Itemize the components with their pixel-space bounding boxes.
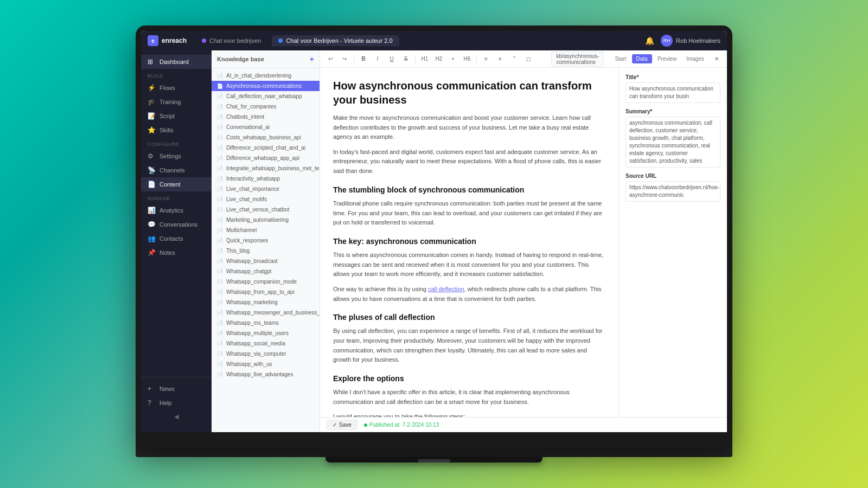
kb-item-label: Live_chat_importance [226,186,279,192]
kb-item[interactable]: 📄Chatbots_intent [212,112,320,122]
italic-button[interactable]: I [372,53,384,65]
tab-preview[interactable]: Preview [653,54,681,63]
kb-item[interactable]: 📄Whatsapp_via_computer [212,349,320,359]
kb-item[interactable]: 📄Call_deflection_naar_whatsapp [212,91,320,101]
kb-item[interactable]: 📄Asynchronous-communications [212,81,320,91]
save-check-icon: ✓ [333,422,337,428]
bell-icon[interactable]: 🔔 [645,36,654,45]
kb-item[interactable]: 📄Whatsapp_social_media [212,338,320,349]
h6-button[interactable]: H6 [461,53,473,65]
kb-item[interactable]: 📄Whatsapp_broadcast [212,256,320,266]
tab-virtuele-auteur[interactable]: Chat voor Bedrijven - Virtuele auteur 2.… [272,35,399,46]
kb-item[interactable]: 📄Live_chat_versus_chatbot [212,204,320,215]
sidebar-item-contacts[interactable]: 👥 Contacts [141,232,212,246]
enreach-logo: e enreach [148,35,187,46]
kb-item-label: Whatsapp_messenger_and_business_same_p..… [226,310,320,316]
kb-item[interactable]: 📄Whatsapp_messenger_and_business_same_p.… [212,307,320,318]
kb-item[interactable]: 📄Costs_whatsapp_business_api [212,132,320,143]
close-button[interactable]: ✕ [711,53,723,65]
kb-item-label: Chatbots_intent [226,114,264,120]
align-center-button[interactable]: ≡ [494,53,506,65]
sidebar-item-flows[interactable]: ⚡ Flows [141,81,212,95]
h2-button[interactable]: H2 [433,53,445,65]
kb-item[interactable]: 📄Whatsapp_chatgpt [212,266,320,277]
kb-item-label: Costs_whatsapp_business_api [226,134,301,140]
strikethrough-button[interactable]: S [400,53,412,65]
kb-item[interactable]: 📄Whatsapp_from_app_to_api [212,287,320,297]
kb-item-label: Whatsapp_chatgpt [226,268,271,274]
kb-item[interactable]: 📄Whatsapp_multiple_users [212,328,320,338]
kb-item-label: Chat_for_companies [226,104,276,110]
bold-button[interactable]: B [358,53,369,65]
kb-item[interactable]: 📄Conversational_ai [212,122,320,132]
kb-item-icon: 📄 [217,145,223,151]
tab-data[interactable]: Data [632,54,652,63]
sidebar-item-news[interactable]: + News [141,382,212,396]
laptop-chin [136,448,732,457]
kb-item[interactable]: 📄AI_in_chat_dienstverlening [212,70,320,81]
title-field-value[interactable]: How asynchronous communication can trans… [626,82,720,103]
undo-button[interactable]: ↩ [324,53,336,65]
kb-item[interactable]: 📄Whatsapp_companion_mode [212,277,320,287]
top-bar-right: 🔔 RH Rob Hoelmakers [645,35,720,47]
h1-button[interactable]: H1 [419,53,431,65]
kb-item-label: Whatsapp_broadcast [226,258,278,264]
tab-start[interactable]: Start [610,54,630,63]
tab-chat-bedrijven[interactable]: Chat voor bedrijven [195,35,267,46]
tab-images[interactable]: Images [682,54,709,63]
kb-item[interactable]: 📄Multichannel [212,225,320,235]
kb-item[interactable]: 📄Live_chat_importance [212,184,320,194]
kb-item-label: Integratie_whatsapp_business_met_teams [226,165,320,171]
kb-list: 📄AI_in_chat_dienstverlening📄Asynchronous… [212,68,320,432]
sidebar-item-settings[interactable]: ⚙ Settings [141,149,212,163]
kb-item[interactable]: 📄Whatsapp_ms_teams [212,318,320,328]
kb-item[interactable]: 📄Quick_responses [212,235,320,246]
align-left-button[interactable]: ≡ [480,53,492,65]
kb-item[interactable]: 📄Whatsapp_marketing [212,297,320,307]
kb-item-label: Marketing_automatisering [226,217,289,223]
redo-button[interactable]: ↪ [339,53,350,65]
quote-button[interactable]: " [508,53,520,65]
kb-item[interactable]: 📄Whatsapp_five_advantages [212,369,320,380]
sidebar-item-skills[interactable]: ⭐ Skills [141,123,212,137]
kb-item[interactable]: 📄Difference_whatsapp_app_api [212,153,320,163]
editor-container: How asynchronous communication can trans… [320,68,727,417]
kb-item[interactable]: 📄This_blog [212,246,320,256]
call-deflection-link[interactable]: call deflection [428,286,464,292]
editor-main[interactable]: How asynchronous communication can trans… [320,68,618,417]
toolbar-divider-2 [415,55,416,63]
bullet-button[interactable]: • [447,53,459,65]
block-button[interactable]: ◻ [522,53,534,65]
kb-item-icon: 📄 [217,300,223,305]
flows-icon: ⚡ [148,84,155,92]
kb-item-icon: 📄 [217,290,223,295]
sidebar-item-script[interactable]: 📝 Script [141,109,212,123]
bottom-bar: ✓ Save Published at: 7-2-2024 10:13 [320,417,727,432]
kb-item-icon: 📄 [217,94,223,99]
kb-item[interactable]: 📄Difference_scripted_chat_and_ai [212,143,320,153]
sidebar-item-notes[interactable]: 📌 Notes [141,246,212,260]
sidebar-item-dashboard[interactable]: ⊞ Dashboard [141,55,212,69]
sidebar-item-content[interactable]: 📄 Content [141,177,212,191]
summary-field-value[interactable]: asynchronous communication, call deflect… [626,117,720,168]
kb-item-icon: 📄 [217,84,223,89]
kb-item-icon: 📄 [217,114,223,120]
kb-item[interactable]: 📄Integratie_whatsapp_business_met_teams [212,163,320,174]
sidebar-item-channels[interactable]: 📡 Channels [141,163,212,177]
kb-item[interactable]: 📄Chat_for_companies [212,101,320,112]
sidebar-item-training[interactable]: 🎓 Training [141,95,212,109]
sidebar-item-analytics[interactable]: 📊 Analytics [141,203,212,217]
kb-add-button[interactable]: + [310,55,314,63]
kb-item[interactable]: 📄Interactivity_whatsapp [212,174,320,184]
underline-button[interactable]: U [386,53,398,65]
kb-item[interactable]: 📄Whatsapp_with_us [212,359,320,369]
kb-item[interactable]: 📄Live_chat_motifs [212,194,320,204]
kb-item[interactable]: 📄Marketing_automatisering [212,215,320,225]
sidebar-label-configure: Configure [141,137,212,149]
sidebar-item-conversations[interactable]: 💬 Conversations [141,217,212,232]
save-button[interactable]: ✓ Save [327,420,358,430]
kb-item-label: Whatsapp_from_app_to_api [226,289,295,295]
sidebar-item-help[interactable]: ? Help [141,396,212,410]
collapse-button[interactable]: ◀ [141,410,212,423]
source-url-value[interactable]: https://www.chatvoorbedrijven.nl/hoe-asy… [626,181,720,202]
